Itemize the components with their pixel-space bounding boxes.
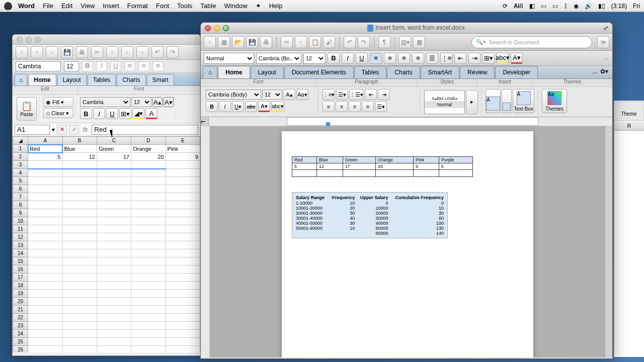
- open-icon[interactable]: ▫: [31, 46, 43, 58]
- menu-help[interactable]: Help: [269, 2, 283, 10]
- undo-icon[interactable]: ↶: [151, 46, 164, 58]
- status-display-icon[interactable]: ▭: [541, 3, 546, 10]
- table-cell[interactable]: 17: [343, 163, 375, 170]
- row-header[interactable]: 14: [13, 249, 28, 257]
- confirm-icon[interactable]: ✓: [69, 125, 79, 135]
- cell[interactable]: Orange: [131, 145, 166, 153]
- table-icon[interactable]: ⊞▾: [482, 53, 495, 64]
- scrollbar[interactable]: [605, 126, 612, 357]
- ribbon-font-color[interactable]: A▾: [258, 101, 270, 112]
- cell[interactable]: 20: [131, 153, 166, 161]
- row-header[interactable]: 22: [13, 314, 28, 322]
- row-header[interactable]: 1: [13, 145, 28, 153]
- toolbox-icon[interactable]: ▦: [413, 36, 425, 48]
- numbering-icon[interactable]: ☰▾: [336, 89, 348, 100]
- minimize-icon[interactable]: [26, 37, 32, 43]
- minimize-icon[interactable]: [214, 25, 220, 31]
- word-ruler[interactable]: ⌐: [201, 117, 612, 126]
- name-box[interactable]: [15, 125, 50, 135]
- change-case-icon[interactable]: Aa▾: [296, 89, 308, 100]
- apple-icon[interactable]: [4, 2, 12, 10]
- status-volume-icon[interactable]: 🔊: [585, 3, 592, 10]
- fullscreen-icon[interactable]: ⤢: [603, 25, 608, 32]
- print-icon[interactable]: 🖶: [76, 46, 88, 58]
- underline-button[interactable]: U: [356, 53, 368, 64]
- table-cell[interactable]: 12: [316, 163, 343, 170]
- cell[interactable]: 17: [97, 153, 131, 161]
- row-header[interactable]: 3: [13, 161, 28, 169]
- status-adobe[interactable]: Ai 8: [514, 3, 523, 10]
- bold-button[interactable]: B: [328, 53, 340, 64]
- indent-icon[interactable]: ⇥: [378, 89, 390, 100]
- ribbon-italic[interactable]: I: [219, 101, 231, 112]
- menu-file[interactable]: File: [43, 2, 53, 10]
- ruler-active-area[interactable]: [287, 117, 538, 126]
- cell[interactable]: 12: [62, 153, 97, 161]
- font-color-icon[interactable]: A▾: [511, 53, 523, 64]
- align-right[interactable]: ≡: [349, 101, 361, 112]
- bold-button[interactable]: B: [82, 61, 93, 71]
- tab-tables[interactable]: Tables: [354, 66, 387, 78]
- ribbon-italic[interactable]: I: [93, 108, 105, 119]
- table-cell[interactable]: Purple: [439, 157, 472, 163]
- status-wifi-icon[interactable]: ◉: [574, 3, 579, 10]
- color-table[interactable]: Red Blue Green Orange Pink Purple 5 12 1…: [292, 156, 473, 177]
- table-cell[interactable]: 5: [292, 163, 317, 170]
- tab-layout[interactable]: Layout: [57, 74, 87, 85]
- table-cell[interactable]: 9: [413, 163, 439, 170]
- align-left-icon[interactable]: ≡: [124, 61, 135, 71]
- page-scroll[interactable]: Red Blue Green Orange Pink Purple 5 12 1…: [210, 126, 605, 357]
- align-center-icon[interactable]: ≡: [138, 61, 149, 71]
- tab-home[interactable]: Home: [218, 66, 250, 78]
- status-bluetooth-icon[interactable]: ᛒ: [564, 3, 568, 10]
- multilevel-icon[interactable]: ⋮☰▾: [349, 89, 364, 100]
- cell[interactable]: [62, 161, 97, 169]
- table-cell[interactable]: Orange: [376, 157, 414, 163]
- close-icon[interactable]: [205, 25, 211, 31]
- name-box-dropdown-icon[interactable]: ▾: [52, 126, 55, 133]
- table-cell[interactable]: Red: [292, 157, 317, 163]
- tab-tables[interactable]: Tables: [88, 74, 116, 85]
- save2-icon[interactable]: 💾: [61, 46, 73, 58]
- ribbon-underline[interactable]: U: [106, 108, 118, 119]
- row-header[interactable]: 13: [13, 241, 28, 249]
- style-select[interactable]: Normal: [204, 53, 254, 64]
- cell[interactable]: Blue: [62, 145, 97, 153]
- row-header[interactable]: 8: [13, 201, 28, 209]
- themes-button[interactable]: AaThemes: [542, 89, 567, 113]
- ribbon-size-select[interactable]: 12: [131, 97, 151, 107]
- grow-font-icon[interactable]: A▴: [283, 89, 295, 100]
- status-sync-icon[interactable]: ⟳: [503, 3, 508, 10]
- show-marks-icon[interactable]: ¶: [378, 36, 390, 48]
- tab-home[interactable]: Home: [28, 74, 56, 85]
- menu-insert[interactable]: Insert: [103, 2, 119, 10]
- collapse-icon[interactable]: ︿: [592, 68, 598, 76]
- fx-icon[interactable]: fx: [83, 126, 88, 133]
- save-icon[interactable]: 💾: [246, 36, 258, 48]
- new-icon[interactable]: ▫: [16, 46, 28, 58]
- cut-icon[interactable]: ✂: [91, 46, 103, 58]
- salary-table[interactable]: Salary Range Frequency Upper Salary Cumu…: [292, 192, 448, 238]
- table-cell[interactable]: Blue: [316, 157, 343, 163]
- tab-doc-elements[interactable]: Document Elements: [284, 66, 354, 78]
- shrink-font-icon[interactable]: A▾: [164, 97, 174, 107]
- col-header[interactable]: D: [131, 137, 166, 145]
- row-header[interactable]: 5: [13, 177, 28, 185]
- clear-button[interactable]: ◇ Clear ▾: [43, 108, 73, 118]
- indent-icon[interactable]: ⇥: [468, 53, 480, 64]
- table-cell[interactable]: Green: [343, 157, 375, 163]
- ribbon-bold[interactable]: B: [206, 101, 218, 112]
- vertical-ruler[interactable]: [201, 126, 210, 357]
- font-select[interactable]: Cambria (Bo...: [256, 53, 301, 64]
- styles-more-icon[interactable]: ▸: [466, 90, 478, 114]
- tab-stop-icon[interactable]: [326, 122, 330, 126]
- col-header[interactable]: B: [62, 137, 97, 145]
- align-justify[interactable]: ≡: [362, 101, 374, 112]
- col-header[interactable]: E: [166, 137, 200, 145]
- italic-button[interactable]: I: [96, 61, 107, 71]
- format-painter-icon[interactable]: ▫: [136, 46, 148, 58]
- cut-icon[interactable]: ✂: [281, 36, 293, 48]
- grow-font-icon[interactable]: A▴: [152, 97, 163, 107]
- ribbon-strike[interactable]: abc: [245, 101, 257, 112]
- document-page[interactable]: Red Blue Green Orange Pink Purple 5 12 1…: [282, 131, 533, 357]
